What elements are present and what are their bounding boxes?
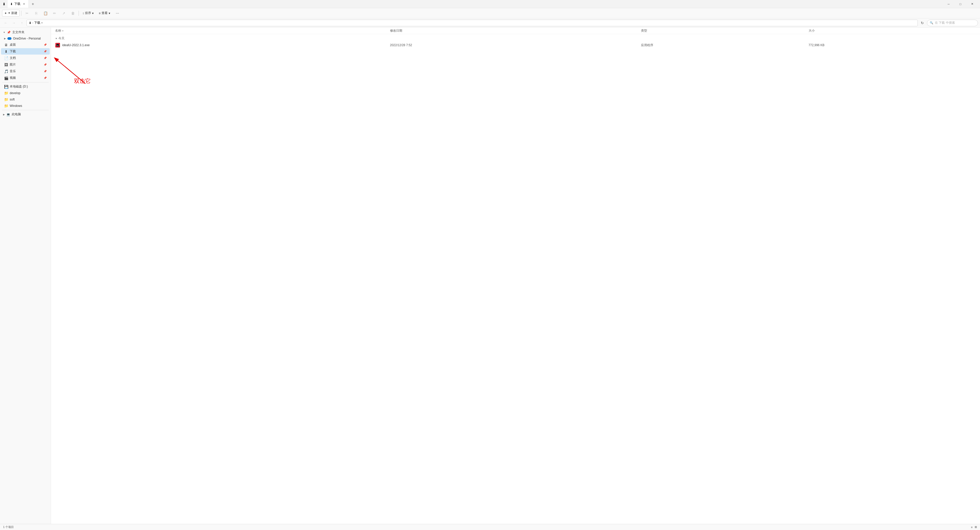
sidebar-pictures-label: 图片 (10, 62, 16, 67)
share-button[interactable]: ↗ (60, 9, 68, 18)
copy-button[interactable]: ⎘ (32, 9, 40, 18)
file-name: idealU-2022.3.1.exe (62, 43, 89, 47)
sidebar-local-disk-label: 本地磁盘 (D:) (10, 84, 28, 89)
search-box[interactable]: 🔍 在 下载 中搜索 (927, 20, 978, 26)
window-controls: ─ □ ✕ (943, 0, 978, 8)
sidebar-item-onedrive[interactable]: ▶ OneDrive - Personal (1, 36, 50, 41)
maximize-button[interactable]: □ (955, 0, 966, 8)
sidebar-item-develop[interactable]: 📁 develop (1, 90, 50, 96)
add-tab-button[interactable]: + (29, 0, 37, 8)
cut-button[interactable]: ✂ (23, 9, 31, 18)
group-today-chevron: ▼ (55, 37, 57, 40)
tab-icon: ⬇ (10, 2, 13, 6)
file-date: 2022/12/28 7:52 (390, 43, 641, 47)
sidebar-item-windows[interactable]: 📁 Windows (1, 103, 50, 109)
sidebar-develop-label: develop (10, 91, 21, 95)
sidebar-item-pictures[interactable]: 🖼 图片 📌 (1, 62, 50, 68)
sidebar-item-documents[interactable]: 📄 文档 📌 (1, 55, 50, 61)
paste-button[interactable]: 📋 (41, 9, 49, 18)
item-count: 1 个项目 (3, 525, 14, 529)
main-area: ▼ 📌 主文件夹 ▶ OneDrive - Personal 🖥 桌面 📌 ⬇ … (0, 27, 980, 524)
tab-close-button[interactable]: ✕ (22, 2, 26, 6)
windows-folder-icon: 📁 (4, 104, 8, 108)
sidebar: ▼ 📌 主文件夹 ▶ OneDrive - Personal 🖥 桌面 📌 ⬇ … (0, 27, 51, 524)
breadcrumb[interactable]: ⬇ › 下载 ▾ (27, 20, 918, 26)
refresh-button[interactable]: ↻ (919, 19, 926, 27)
sidebar-item-local-disk[interactable]: 💾 本地磁盘 (D:) (1, 83, 50, 90)
file-list-header: 名称 ▾ 修改日期 类型 大小 (51, 27, 980, 34)
pin-icon-desktop: 📌 (44, 43, 47, 46)
view-toggle-list[interactable]: ≡ (971, 526, 973, 529)
group-today-label: 今天 (59, 36, 65, 41)
sidebar-item-downloads[interactable]: ⬇ 下载 📌 (1, 48, 50, 54)
pin-icon-videos: 📌 (44, 76, 47, 79)
onedrive-icon (7, 37, 11, 40)
local-disk-icon: 💾 (4, 85, 8, 89)
table-row[interactable]: IJ idealU-2022.3.1.exe 2022/12/28 7:52 应… (51, 41, 980, 49)
title-bar-icon: ⬇ (2, 2, 6, 6)
exe-icon: IJ (55, 43, 60, 48)
downloads-icon: ⬇ (4, 49, 8, 54)
status-right: ≡ ⊞ (971, 525, 977, 529)
sidebar-downloads-label: 下载 (10, 49, 16, 54)
group-today: ▼ 今天 (51, 34, 980, 41)
delete-button[interactable]: 🗑 (69, 9, 77, 18)
up-button[interactable]: ↑ (18, 19, 25, 27)
develop-folder-icon: 📁 (4, 91, 8, 95)
more-options-button[interactable]: ··· (113, 9, 121, 18)
sidebar-documents-label: 文档 (10, 56, 16, 60)
view-button[interactable]: ≡ 查看 ▾ (97, 10, 112, 16)
pin-icon-downloads: 📌 (44, 50, 47, 53)
sidebar-this-pc-label: 此电脑 (12, 112, 21, 116)
sidebar-item-soft[interactable]: 📁 soft (1, 96, 50, 102)
column-type[interactable]: 类型 (641, 29, 808, 33)
soft-folder-icon: 📁 (4, 97, 8, 102)
file-size: 772,996 KB (808, 43, 976, 47)
active-tab[interactable]: ⬇ 下载 ✕ (8, 0, 29, 8)
view-toggle-grid[interactable]: ⊞ (975, 525, 977, 529)
onedrive-label: OneDrive - Personal (13, 37, 41, 40)
back-button[interactable]: ← (2, 19, 9, 27)
column-name[interactable]: 名称 ▾ (55, 29, 390, 33)
sidebar-item-videos[interactable]: 🎬 视频 📌 (1, 75, 50, 81)
search-placeholder: 在 下载 中搜索 (935, 21, 955, 25)
close-button[interactable]: ✕ (966, 0, 978, 8)
view-icon: ≡ (99, 11, 100, 15)
rename-button[interactable]: ✏ (51, 9, 59, 18)
new-label: ✦ 新建 (8, 11, 18, 15)
sort-arrow-icon: ▾ (92, 11, 94, 15)
quick-access-header[interactable]: ▼ 📌 主文件夹 (0, 29, 51, 35)
sidebar-desktop-label: 桌面 (10, 43, 16, 47)
sidebar-item-this-pc[interactable]: ▶ 💻 此电脑 (0, 111, 51, 118)
file-area: 名称 ▾ 修改日期 类型 大小 ▼ 今天 (51, 27, 980, 524)
column-date[interactable]: 修改日期 (390, 29, 641, 33)
quick-access-label: 主文件夹 (12, 30, 24, 34)
new-button[interactable]: ✦ ✦ 新建 (2, 10, 20, 17)
view-arrow-icon: ▾ (109, 11, 110, 15)
sidebar-item-music[interactable]: 🎵 音乐 📌 (1, 68, 50, 75)
column-size[interactable]: 大小 (808, 29, 976, 33)
quick-access-chevron: ▼ (3, 31, 5, 33)
videos-icon: 🎬 (4, 76, 8, 80)
sidebar-music-label: 音乐 (10, 69, 16, 73)
sort-arrow-name: ▾ (62, 30, 64, 32)
minimize-button[interactable]: ─ (943, 0, 955, 8)
desktop-icon: 🖥 (4, 43, 8, 47)
sidebar-item-desktop[interactable]: 🖥 桌面 📌 (1, 41, 50, 48)
title-bar-tabs: ⬇ 下载 ✕ + (8, 0, 37, 8)
music-icon: 🎵 (4, 69, 8, 73)
pin-icon-pictures: 📌 (44, 63, 47, 66)
breadcrumb-separator: › (32, 21, 33, 24)
new-icon: ✦ (4, 11, 7, 15)
sort-button[interactable]: ↕ 排序 ▾ (80, 10, 95, 16)
file-name-cell: IJ idealU-2022.3.1.exe (55, 43, 390, 48)
sort-label: 排序 (85, 11, 91, 15)
svg-text:IJ: IJ (57, 45, 59, 46)
search-icon: 🔍 (930, 21, 933, 24)
sort-icon: ↕ (83, 11, 84, 15)
sidebar-windows-label: Windows (10, 104, 22, 108)
forward-button[interactable]: → (10, 19, 18, 27)
sidebar-divider-2 (2, 110, 49, 110)
file-type: 应用程序 (641, 43, 808, 48)
breadcrumb-down-arrow: ▾ (41, 21, 43, 24)
